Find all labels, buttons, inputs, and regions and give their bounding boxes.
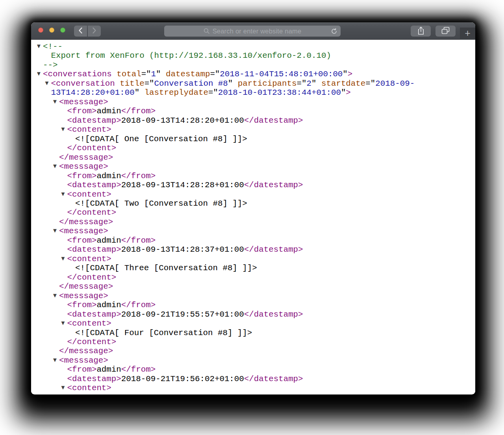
xml-line: <![CDATA[ One [Conversation #8] ]]> xyxy=(31,135,475,144)
collapse-arrow-icon[interactable]: ▼ xyxy=(61,254,67,263)
xml-token-punct: " xyxy=(135,88,139,97)
xml-tree: ▼<!--Export from XenForo (http://192.168… xyxy=(31,42,475,393)
xml-token-punct: =" xyxy=(297,79,307,88)
xml-token-text: <![CDATA[ Three [Conversation #8] ]]> xyxy=(75,264,257,273)
xml-token-value: 2018-09- xyxy=(375,79,415,88)
collapse-arrow-icon[interactable]: ▼ xyxy=(53,356,59,365)
xml-token-comment: Export from XenForo (http://192.168.33.1… xyxy=(51,51,331,60)
xml-token-tag: </datestamp> xyxy=(244,245,303,254)
xml-token-attr: participants xyxy=(233,79,296,88)
xml-token-attr: datestamp xyxy=(161,70,210,79)
xml-token-tag: <messsage> xyxy=(59,98,108,107)
collapse-arrow-icon[interactable]: ▼ xyxy=(61,125,67,134)
xml-token-attr: lastreplydate xyxy=(139,88,208,97)
xml-line: --> xyxy=(31,61,475,70)
collapse-arrow-icon[interactable]: ▼ xyxy=(61,190,67,199)
xml-token-tag: </messsage> xyxy=(59,282,113,291)
xml-line: <datestamp>2018-09-21T19:55:57+01:00</da… xyxy=(31,310,475,319)
xml-line: ▼<!-- xyxy=(31,42,475,51)
xml-token-tag: </datestamp> xyxy=(244,116,303,125)
xml-line: </messsage> xyxy=(31,282,475,291)
collapse-arrow-icon[interactable]: ▼ xyxy=(53,162,59,171)
address-bar[interactable]: Search or enter website name xyxy=(164,26,341,37)
xml-line: </messsage> xyxy=(31,218,475,227)
minimize-window-button[interactable] xyxy=(49,28,54,33)
xml-token-text: 2018-09-13T14:28:37+01:00 xyxy=(121,245,244,254)
collapse-arrow-icon[interactable]: ▼ xyxy=(37,69,43,78)
xml-token-punct: =" xyxy=(145,79,154,88)
xml-token-tag: </from> xyxy=(121,171,156,181)
xml-token-tag: > xyxy=(348,70,352,79)
xml-token-tag: <content> xyxy=(67,319,111,328)
xml-token-text: 2018-09-21T19:56:02+01:00 xyxy=(121,374,244,383)
xml-token-tag: <datestamp> xyxy=(67,374,121,383)
xml-line: ▼<content> xyxy=(31,383,475,393)
xml-viewer: ▼<!--Export from XenForo (http://192.168… xyxy=(31,40,475,394)
xml-line: <datestamp>2018-09-13T14:28:20+01:00</da… xyxy=(31,116,475,125)
xml-token-text: 2018-09-13T14:28:28+01:00 xyxy=(121,181,244,190)
xml-token-text: admin xyxy=(96,300,121,310)
xml-token-tag: </datestamp> xyxy=(244,374,303,383)
reload-icon[interactable] xyxy=(330,27,338,35)
xml-line: ▼<conversations total="1" datestamp="201… xyxy=(31,70,475,79)
collapse-arrow-icon[interactable]: ▼ xyxy=(45,79,51,88)
xml-token-punct: =" xyxy=(210,70,220,79)
collapse-arrow-icon[interactable]: ▼ xyxy=(53,97,59,106)
xml-line: </messsage> xyxy=(31,347,475,356)
address-bar-placeholder: Search or enter website name xyxy=(213,28,302,35)
share-button[interactable] xyxy=(411,26,431,37)
xml-token-tag: <from> xyxy=(67,236,97,245)
forward-button[interactable] xyxy=(88,26,101,37)
fullscreen-window-button[interactable] xyxy=(60,28,65,33)
xml-token-tag: </messsage> xyxy=(59,153,113,162)
xml-token-tag: </datestamp> xyxy=(244,310,303,319)
xml-line: ▼<messsage> xyxy=(31,356,475,365)
tab-overview-button[interactable] xyxy=(435,26,456,37)
xml-token-tag: </content> xyxy=(67,337,117,347)
xml-line: ▼<content> xyxy=(31,125,475,134)
xml-token-value: Conversation #8 xyxy=(154,79,228,88)
browser-toolbar: Search or enter website name + xyxy=(31,22,475,40)
new-tab-button[interactable]: + xyxy=(460,28,475,40)
xml-token-tag: <messsage> xyxy=(59,291,108,300)
search-icon xyxy=(204,28,210,34)
xml-token-tag: </datestamp> xyxy=(244,181,303,190)
xml-line: <from>admin</from> xyxy=(31,171,475,181)
collapse-arrow-icon[interactable]: ▼ xyxy=(61,383,67,392)
xml-token-tag: <messsage> xyxy=(59,162,108,171)
xml-token-tag: </messsage> xyxy=(59,347,113,356)
xml-token-tag: <from> xyxy=(67,300,97,310)
xml-line: <datestamp>2018-09-13T14:28:37+01:00</da… xyxy=(31,245,475,254)
share-icon xyxy=(417,26,424,36)
xml-token-tag: > xyxy=(346,88,350,97)
xml-token-punct: " xyxy=(311,79,316,88)
collapse-arrow-icon[interactable]: ▼ xyxy=(53,291,59,300)
xml-token-text: <![CDATA[ One [Conversation #8] ]]> xyxy=(75,135,247,144)
xml-line: ▼<messsage> xyxy=(31,98,475,107)
navigation-buttons xyxy=(74,26,101,37)
close-window-button[interactable] xyxy=(38,28,43,33)
xml-token-tag: <content> xyxy=(67,125,111,134)
xml-token-tag: <datestamp> xyxy=(67,245,121,254)
xml-token-comment: <!-- xyxy=(43,42,63,51)
xml-line: <from>admin</from> xyxy=(31,107,475,116)
collapse-arrow-icon[interactable]: ▼ xyxy=(53,226,59,235)
xml-token-text: admin xyxy=(96,365,121,374)
xml-line: ▼<messsage> xyxy=(31,227,475,236)
xml-token-text: admin xyxy=(96,236,121,245)
xml-token-tag: <datestamp> xyxy=(67,181,121,190)
xml-token-punct: " xyxy=(343,70,347,79)
xml-line: <![CDATA[ Two [Conversation #8] ]]> xyxy=(31,199,475,208)
back-button[interactable] xyxy=(74,26,87,37)
collapse-arrow-icon[interactable]: ▼ xyxy=(37,42,43,51)
xml-token-punct: =" xyxy=(365,79,375,88)
xml-token-value: 2018-10-01T23:38:44+01:00 xyxy=(218,88,341,97)
plus-icon: + xyxy=(465,28,471,38)
xml-token-punct: =" xyxy=(208,88,218,97)
collapse-arrow-icon[interactable]: ▼ xyxy=(61,319,67,328)
xml-token-text: <![CDATA[ Four [Conversation #8] ]]> xyxy=(75,328,252,337)
xml-token-tag: </messsage> xyxy=(59,218,113,227)
xml-line: <from>admin</from> xyxy=(31,300,475,310)
xml-line: <datestamp>2018-09-13T14:28:28+01:00</da… xyxy=(31,181,475,190)
xml-token-attr: title xyxy=(115,79,145,88)
